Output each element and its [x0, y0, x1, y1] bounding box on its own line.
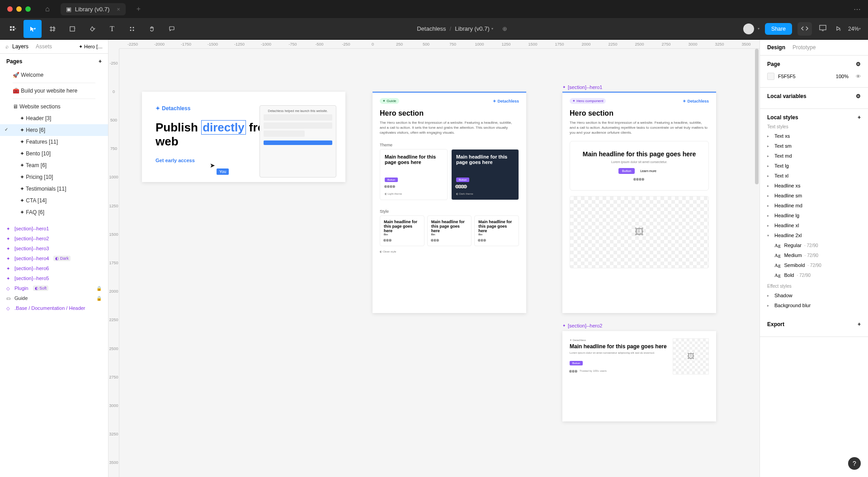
- lock-icon[interactable]: 🔒: [96, 286, 102, 291]
- style-item[interactable]: ▸Text lg: [767, 161, 861, 171]
- breadcrumb-current[interactable]: Library (v0.7): [455, 25, 490, 32]
- visibility-icon[interactable]: 👁: [856, 74, 861, 79]
- layer-hero5[interactable]: ✦[section]--hero5: [0, 273, 108, 283]
- text-tool[interactable]: T: [103, 20, 121, 38]
- layer-hero1[interactable]: ✦[section]--hero1: [0, 224, 108, 234]
- theme-card-dark: Main headline for this page goes here Bu…: [451, 149, 519, 200]
- color-swatch[interactable]: [767, 73, 774, 80]
- file-tab[interactable]: ▣ Library (v0.7) ×: [61, 3, 126, 15]
- style-variant[interactable]: AgSemibold · 72/90: [774, 260, 861, 270]
- tab-design[interactable]: Design: [767, 44, 785, 51]
- comment-tool[interactable]: [163, 20, 181, 38]
- tab-assets[interactable]: Assets: [36, 43, 52, 50]
- layer-guide[interactable]: ▭Guide🔒: [0, 293, 108, 303]
- style-item[interactable]: ▸Headline xl: [767, 220, 861, 230]
- close-window[interactable]: [7, 6, 13, 12]
- frame3-desc: The Hero section is the first impression…: [562, 117, 716, 141]
- add-style-button[interactable]: +: [858, 114, 861, 121]
- lock-icon[interactable]: 🔒: [96, 296, 102, 301]
- frame-section-hero2[interactable]: [section]--hero2 ✦ Detachless Main headl…: [562, 331, 716, 421]
- frame-plugin[interactable]: ✦ Detachless Publish directly from Figma…: [142, 92, 345, 182]
- play-button[interactable]: ▾: [834, 23, 843, 35]
- style-variant[interactable]: AgMedium · 72/90: [774, 250, 861, 260]
- style-item[interactable]: ▸Text sm: [767, 141, 861, 151]
- section-features[interactable]: ✦ Features [11]: [0, 136, 108, 148]
- close-tab-icon[interactable]: ×: [117, 6, 120, 13]
- style-name: Shadow: [774, 293, 793, 298]
- page-settings-icon[interactable]: ⚙: [856, 61, 861, 67]
- effect-styles-label: Effect styles: [767, 284, 861, 289]
- breadcrumb-parent[interactable]: Detachless: [417, 25, 446, 32]
- style-item[interactable]: ▸Headline xs: [767, 181, 861, 191]
- canvas-inner[interactable]: ✦ Detachless Publish directly from Figma…: [119, 49, 760, 477]
- zoom-control[interactable]: 24%▾: [848, 26, 861, 32]
- layer-base-doc[interactable]: ◇.Base / Documentation / Header: [0, 303, 108, 313]
- minimize-window[interactable]: [16, 6, 22, 12]
- frame3-header: ✦ Hero component ✦ Detachless: [562, 93, 716, 109]
- layer-hero3[interactable]: ✦[section]--hero3: [0, 243, 108, 253]
- search-icon[interactable]: ⌕: [5, 43, 9, 50]
- resources-tool[interactable]: [123, 20, 141, 38]
- add-export-button[interactable]: +: [858, 321, 861, 327]
- frame-guide[interactable]: ✦ Guide ✦ Detachless Hero section The He…: [373, 92, 526, 313]
- maximize-window[interactable]: [25, 6, 31, 12]
- section-team[interactable]: ✦ Team [6]: [0, 159, 108, 171]
- window-chrome: ⌂ ▣ Library (v0.7) × + ⋯: [0, 0, 868, 18]
- main-menu-button[interactable]: ▾: [4, 20, 22, 38]
- image-placeholder: 🖼: [570, 196, 709, 268]
- page-sections[interactable]: 🖥 Website sections: [0, 101, 108, 112]
- effect-style-item[interactable]: ▸Background blur: [767, 300, 861, 310]
- globe-icon[interactable]: ⊕: [502, 25, 507, 32]
- user-avatar[interactable]: [743, 23, 754, 34]
- style-variant[interactable]: AgBold · 72/90: [774, 270, 861, 280]
- style-item[interactable]: ▸Headline sm: [767, 191, 861, 201]
- share-button[interactable]: Share: [765, 23, 792, 35]
- style-variant[interactable]: AgRegular · 72/90: [774, 240, 861, 250]
- variables-settings-icon[interactable]: ⚙: [856, 93, 861, 99]
- effect-style-item[interactable]: ▸Shadow: [767, 290, 861, 300]
- window-menu-icon[interactable]: ⋯: [854, 5, 861, 14]
- add-page-button[interactable]: +: [99, 58, 102, 65]
- move-tool[interactable]: ▾: [24, 20, 42, 38]
- layer-plugin[interactable]: ◇Plugin◐ Soft🔒: [0, 283, 108, 293]
- section-pricing[interactable]: ✦ Pricing [10]: [0, 171, 108, 183]
- shape-tool[interactable]: ▾: [63, 20, 81, 38]
- chevron-down-icon[interactable]: ▾: [491, 27, 493, 31]
- help-button[interactable]: ?: [848, 457, 861, 470]
- style-item[interactable]: ▸Headline lg: [767, 210, 861, 220]
- section-hero[interactable]: ✦ Hero [6]: [0, 124, 108, 136]
- style-item[interactable]: ▸Text xl: [767, 171, 861, 181]
- home-icon[interactable]: ⌂: [45, 5, 50, 13]
- style-item[interactable]: ▸Text xs: [767, 131, 861, 141]
- dev-mode-button[interactable]: [797, 22, 812, 36]
- layer-hero4[interactable]: ✦[section]--hero4◐ Dark: [0, 253, 108, 263]
- tab-prototype[interactable]: Prototype: [793, 44, 816, 51]
- right-panel: Design Prototype Page ⚙ F5F5F5 100% 👁 Lo…: [760, 40, 868, 477]
- tab-layers[interactable]: Layers: [12, 43, 28, 50]
- section-testimonials[interactable]: ✦ Testimonials [11]: [0, 183, 108, 195]
- layer-hero2[interactable]: ✦[section]--hero2: [0, 234, 108, 243]
- style-item[interactable]: ▸Text md: [767, 151, 861, 161]
- style-footer: ◐ Clean style: [373, 246, 526, 257]
- hand-tool[interactable]: [143, 20, 161, 38]
- section-bento[interactable]: ✦ Bento [10]: [0, 148, 108, 159]
- section-cta[interactable]: ✦ CTA [14]: [0, 195, 108, 206]
- layer-hero6[interactable]: ✦[section]--hero6: [0, 263, 108, 273]
- avatar-chevron-icon[interactable]: ▾: [758, 27, 760, 31]
- present-button[interactable]: [817, 23, 828, 35]
- layer-label: [section]--hero2: [14, 236, 49, 241]
- page-build[interactable]: 🧰 Build your website here: [0, 85, 108, 97]
- frame-tool[interactable]: ▾: [43, 20, 61, 38]
- mock-hero: Main headline for this page goes here Lo…: [570, 141, 709, 191]
- style-headline-2xl[interactable]: ▾Headline 2xl: [767, 230, 861, 240]
- style-item[interactable]: ▸Headline md: [767, 201, 861, 210]
- pen-tool[interactable]: ▾: [83, 20, 101, 38]
- section-faq[interactable]: ✦ FAQ [6]: [0, 206, 108, 218]
- canvas[interactable]: -2250-2000-1750-1500-1250-1000-750-500-2…: [108, 40, 760, 477]
- section-header[interactable]: ✦ Header [3]: [0, 112, 108, 124]
- page-welcome[interactable]: 🚀 Welcome: [0, 69, 108, 81]
- page-color-row[interactable]: F5F5F5 100% 👁: [767, 71, 861, 82]
- new-tab-button[interactable]: +: [137, 5, 141, 13]
- frame-section-hero1[interactable]: [section]--hero1 ✦ Hero component ✦ Deta…: [562, 92, 716, 313]
- tab-hero[interactable]: ✦ Hero […: [79, 44, 103, 50]
